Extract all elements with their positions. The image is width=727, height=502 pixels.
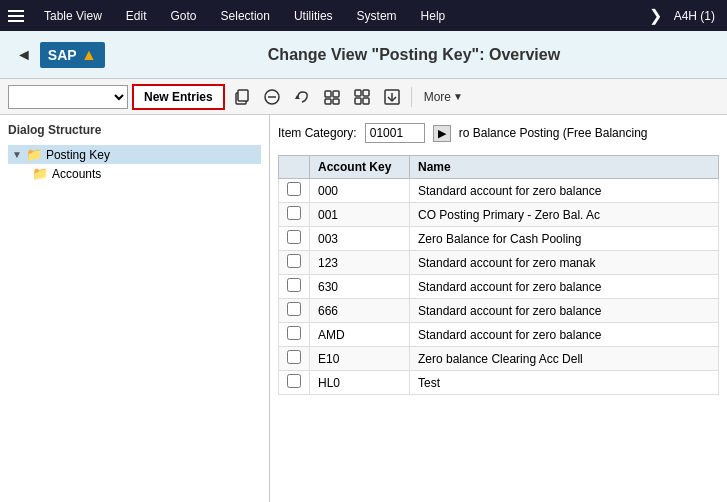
name-cell: CO Posting Primary - Zero Bal. Ac (410, 203, 719, 227)
sidebar-item-posting-key[interactable]: ▼ 📁 Posting Key (8, 145, 261, 164)
export-icon (383, 88, 401, 106)
row-checkbox-cell[interactable] (279, 323, 310, 347)
sidebar: Dialog Structure ▼ 📁 Posting Key 📁 Accou… (0, 115, 270, 502)
split-icon-button[interactable] (319, 84, 345, 110)
row-checkbox-cell[interactable] (279, 203, 310, 227)
chevron-down-icon: ▼ (453, 91, 463, 102)
svg-rect-6 (333, 91, 339, 97)
row-checkbox-cell[interactable] (279, 275, 310, 299)
grid-icon-button[interactable] (349, 84, 375, 110)
menu-utilities[interactable]: Utilities (290, 7, 337, 25)
svg-rect-1 (238, 90, 248, 101)
row-checkbox[interactable] (287, 374, 301, 388)
row-checkbox[interactable] (287, 230, 301, 244)
table-row: 003 Zero Balance for Cash Pooling (279, 227, 719, 251)
row-checkbox-cell[interactable] (279, 227, 310, 251)
toolbar-divider (411, 87, 412, 107)
row-checkbox-cell[interactable] (279, 371, 310, 395)
menu-edit[interactable]: Edit (122, 7, 151, 25)
undo-icon-button[interactable] (289, 84, 315, 110)
svg-rect-7 (325, 99, 331, 104)
account-key-cell: 001 (310, 203, 410, 227)
copy-icon (233, 88, 251, 106)
name-cell: Standard account for zero balance (410, 179, 719, 203)
session-label: A4H (1) (670, 7, 719, 25)
row-checkbox[interactable] (287, 182, 301, 196)
account-key-cell: 000 (310, 179, 410, 203)
account-key-cell: 003 (310, 227, 410, 251)
item-category-bar: Item Category: ▶ ro Balance Posting (Fre… (278, 123, 719, 143)
name-cell: Test (410, 371, 719, 395)
undo-icon (293, 88, 311, 106)
svg-rect-5 (325, 91, 331, 97)
delete-icon-button[interactable] (259, 84, 285, 110)
svg-rect-11 (355, 98, 361, 104)
row-checkbox[interactable] (287, 302, 301, 316)
name-cell: Standard account for zero balance (410, 275, 719, 299)
title-bar: ◄ SAP ▲ Change View "Posting Key": Overv… (0, 31, 727, 79)
account-key-cell: E10 (310, 347, 410, 371)
svg-rect-8 (333, 99, 339, 104)
tree-chevron-icon: ▼ (12, 149, 22, 160)
row-checkbox[interactable] (287, 350, 301, 364)
row-checkbox-cell[interactable] (279, 347, 310, 371)
toolbar: New Entries (0, 79, 727, 115)
export-icon-button[interactable] (379, 84, 405, 110)
toolbar-dropdown[interactable] (8, 85, 128, 109)
menu-goto[interactable]: Goto (167, 7, 201, 25)
name-cell: Zero balance Clearing Acc Dell (410, 347, 719, 371)
account-key-cell: HL0 (310, 371, 410, 395)
name-cell: Standard account for zero manak (410, 251, 719, 275)
row-checkbox[interactable] (287, 254, 301, 268)
menu-system[interactable]: System (353, 7, 401, 25)
item-category-input[interactable] (365, 123, 425, 143)
table-row: 000 Standard account for zero balance (279, 179, 719, 203)
row-checkbox-cell[interactable] (279, 251, 310, 275)
row-checkbox-cell[interactable] (279, 299, 310, 323)
table-header-account-key: Account Key (310, 156, 410, 179)
data-table: Account Key Name 000 Standard account fo… (278, 155, 719, 395)
page-title: Change View "Posting Key": Overview (117, 46, 711, 64)
table-row: 630 Standard account for zero balance (279, 275, 719, 299)
menu-table-view[interactable]: Table View (40, 7, 106, 25)
expand-icon[interactable]: ❯ (649, 6, 662, 25)
subfolder-icon: 📁 (32, 166, 48, 181)
table-header-check (279, 156, 310, 179)
sidebar-item-accounts[interactable]: 📁 Accounts (28, 164, 261, 183)
account-key-cell: 123 (310, 251, 410, 275)
split-icon (323, 88, 341, 106)
hamburger-icon[interactable] (8, 10, 24, 22)
account-key-cell: 666 (310, 299, 410, 323)
more-button[interactable]: More ▼ (418, 88, 469, 106)
dialog-structure-label: Dialog Structure (8, 123, 261, 137)
back-button[interactable]: ◄ (16, 46, 32, 64)
row-checkbox[interactable] (287, 326, 301, 340)
item-category-nav-button[interactable]: ▶ (433, 125, 451, 142)
menu-help[interactable]: Help (417, 7, 450, 25)
svg-rect-12 (363, 98, 369, 104)
name-cell: Standard account for zero balance (410, 299, 719, 323)
account-key-cell: AMD (310, 323, 410, 347)
row-checkbox[interactable] (287, 206, 301, 220)
copy-icon-button[interactable] (229, 84, 255, 110)
menu-bar: Table View Edit Goto Selection Utilities… (0, 0, 727, 31)
table-header-name: Name (410, 156, 719, 179)
name-cell: Standard account for zero balance (410, 323, 719, 347)
table-row: AMD Standard account for zero balance (279, 323, 719, 347)
new-entries-button[interactable]: New Entries (132, 84, 225, 110)
grid-icon (353, 88, 371, 106)
sap-logo: SAP ▲ (40, 42, 105, 68)
accounts-label: Accounts (52, 167, 101, 181)
table-row: 123 Standard account for zero manak (279, 251, 719, 275)
table-row: 001 CO Posting Primary - Zero Bal. Ac (279, 203, 719, 227)
item-category-desc: ro Balance Posting (Free Balancing (459, 126, 648, 140)
item-category-label: Item Category: (278, 126, 357, 140)
svg-rect-10 (363, 90, 369, 96)
name-cell: Zero Balance for Cash Pooling (410, 227, 719, 251)
delete-icon (263, 88, 281, 106)
table-row: 666 Standard account for zero balance (279, 299, 719, 323)
menu-selection[interactable]: Selection (217, 7, 274, 25)
folder-icon: 📁 (26, 147, 42, 162)
row-checkbox-cell[interactable] (279, 179, 310, 203)
row-checkbox[interactable] (287, 278, 301, 292)
